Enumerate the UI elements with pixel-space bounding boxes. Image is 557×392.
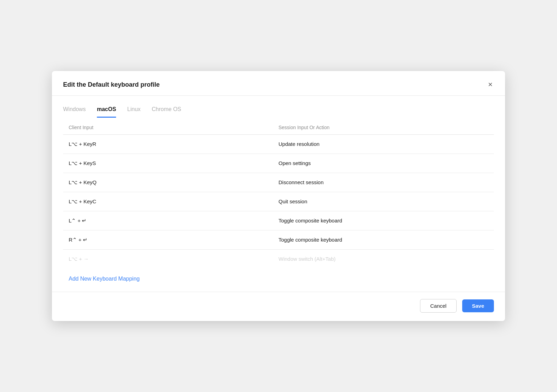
session-action-6: Window switch (Alt+Tab) xyxy=(278,256,488,262)
table-row: L⌃ + ↵ Toggle composite keyboard xyxy=(63,211,494,230)
table-row: R⌃ + ↵ Toggle composite keyboard xyxy=(63,230,494,250)
edit-keyboard-profile-dialog: Edit the Default keyboard profile × Wind… xyxy=(52,71,505,321)
session-action-4: Toggle composite keyboard xyxy=(278,218,488,224)
tabs-container: Windows macOS Linux Chrome OS xyxy=(63,104,494,118)
client-input-1: L⌥ + KeyS xyxy=(69,160,278,166)
client-input-0: L⌥ + KeyR xyxy=(69,141,278,147)
table-row: L⌥ + → Window switch (Alt+Tab) xyxy=(63,250,494,269)
client-input-4: L⌃ + ↵ xyxy=(69,218,278,224)
table-row: L⌥ + KeyR Update resolution xyxy=(63,135,494,154)
col-session-header: Session Input Or Action xyxy=(278,125,488,130)
add-keyboard-mapping-button[interactable]: Add New Keyboard Mapping xyxy=(63,269,494,289)
save-button[interactable]: Save xyxy=(462,299,494,312)
tab-macos[interactable]: macOS xyxy=(97,104,116,118)
client-input-3: L⌥ + KeyC xyxy=(69,198,278,205)
client-input-6: L⌥ + → xyxy=(69,256,278,262)
session-action-0: Update resolution xyxy=(278,141,488,147)
dialog-footer: Cancel Save xyxy=(52,292,505,321)
client-input-2: L⌥ + KeyQ xyxy=(69,179,278,186)
dialog-body: Windows macOS Linux Chrome OS Client Inp… xyxy=(52,96,505,289)
tab-chromeos[interactable]: Chrome OS xyxy=(152,104,181,118)
table-row: L⌥ + KeyS Open settings xyxy=(63,154,494,173)
table-row: L⌥ + KeyC Quit session xyxy=(63,192,494,211)
dialog-title: Edit the Default keyboard profile xyxy=(63,81,160,88)
table-row: L⌥ + KeyQ Disconnect session xyxy=(63,173,494,192)
table-container: Client Input Session Input Or Action L⌥ … xyxy=(63,120,494,269)
table-scroll[interactable]: L⌥ + KeyR Update resolution L⌥ + KeyS Op… xyxy=(63,135,494,269)
table-header: Client Input Session Input Or Action xyxy=(63,120,494,135)
cancel-button[interactable]: Cancel xyxy=(420,299,457,313)
session-action-1: Open settings xyxy=(278,160,488,166)
tab-windows[interactable]: Windows xyxy=(63,104,86,118)
col-client-header: Client Input xyxy=(69,125,278,130)
tab-linux[interactable]: Linux xyxy=(127,104,140,118)
client-input-5: R⌃ + ↵ xyxy=(69,237,278,243)
session-action-5: Toggle composite keyboard xyxy=(278,237,488,243)
session-action-2: Disconnect session xyxy=(278,179,488,186)
session-action-3: Quit session xyxy=(278,198,488,205)
close-button[interactable]: × xyxy=(487,79,494,90)
dialog-header: Edit the Default keyboard profile × xyxy=(52,71,505,96)
